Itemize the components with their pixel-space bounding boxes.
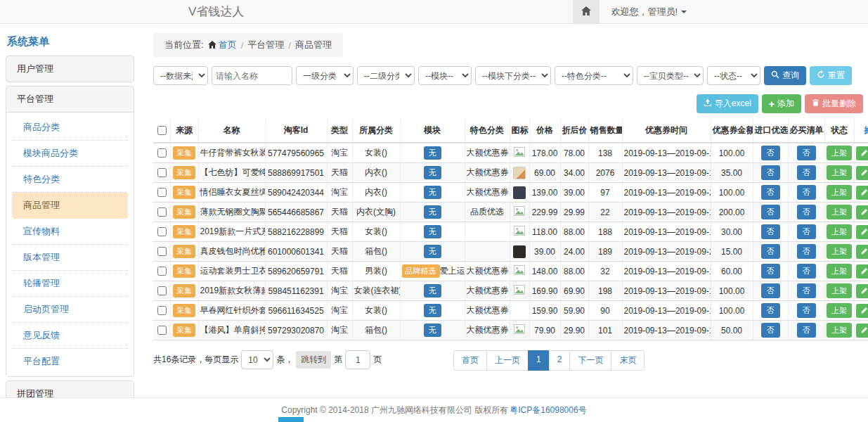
- import-toggle-button[interactable]: 否: [761, 303, 780, 318]
- mustbuy-toggle-button[interactable]: 否: [797, 224, 816, 239]
- filter-select[interactable]: --模块--: [418, 66, 472, 85]
- pager-button[interactable]: 下一页: [569, 350, 611, 371]
- sidebar-item[interactable]: 特色分类: [12, 167, 128, 193]
- pager-button[interactable]: 2: [549, 350, 571, 371]
- row-checkbox[interactable]: [157, 168, 167, 177]
- module-badge[interactable]: 无: [424, 284, 441, 298]
- module-badge[interactable]: 无: [424, 245, 441, 258]
- filter-select[interactable]: --数据来源--: [153, 66, 208, 85]
- row-checkbox[interactable]: [157, 247, 167, 256]
- edit-button[interactable]: [856, 264, 868, 279]
- module-badge[interactable]: 无: [424, 166, 441, 179]
- import-toggle-button[interactable]: 否: [761, 205, 780, 219]
- status-button[interactable]: 上架: [827, 264, 852, 279]
- mustbuy-toggle-button[interactable]: 否: [797, 303, 816, 318]
- sidebar-group-header[interactable]: 用户管理: [6, 56, 134, 82]
- reset-button[interactable]: 重置: [810, 66, 852, 85]
- sidebar-item[interactable]: 商品管理: [12, 193, 128, 219]
- add-button[interactable]: + 添加: [762, 94, 801, 113]
- status-button[interactable]: 上架: [827, 303, 852, 318]
- mustbuy-toggle-button[interactable]: 否: [797, 283, 816, 298]
- import-toggle-button[interactable]: 否: [761, 185, 780, 200]
- mustbuy-toggle-button[interactable]: 否: [797, 244, 816, 259]
- filter-select[interactable]: --二级分类--: [357, 66, 415, 85]
- page-size-select[interactable]: 10: [241, 350, 273, 369]
- sidebar-item[interactable]: 宣传物料: [12, 219, 128, 245]
- edit-button[interactable]: [856, 186, 868, 200]
- import-toggle-button[interactable]: 否: [761, 146, 780, 160]
- row-checkbox[interactable]: [157, 306, 167, 315]
- sidebar-item[interactable]: 意见反馈: [12, 323, 128, 349]
- edit-button[interactable]: [856, 166, 868, 180]
- jump-to-button[interactable]: 跳转到: [296, 351, 331, 369]
- module-badge[interactable]: 无: [424, 205, 441, 219]
- filter-select[interactable]: --状态--: [707, 66, 760, 85]
- pager-button[interactable]: 首页: [453, 350, 487, 371]
- sidebar-group-header[interactable]: 平台管理: [6, 87, 134, 112]
- pager-button[interactable]: 上一页: [486, 350, 529, 371]
- import-toggle-button[interactable]: 否: [761, 323, 780, 338]
- status-button[interactable]: 上架: [827, 146, 852, 160]
- import-excel-button[interactable]: 导入excel: [697, 94, 758, 113]
- mustbuy-toggle-button[interactable]: 否: [797, 185, 816, 200]
- edit-button[interactable]: [856, 225, 868, 239]
- sidebar-item[interactable]: 版本管理: [12, 245, 128, 271]
- search-button[interactable]: 查询: [764, 66, 806, 85]
- status-button[interactable]: 上架: [827, 283, 852, 298]
- row-checkbox[interactable]: [157, 148, 167, 158]
- batch-delete-button[interactable]: 批量删除: [805, 94, 863, 113]
- mustbuy-toggle-button[interactable]: 否: [797, 205, 816, 219]
- module-badge[interactable]: 无: [424, 186, 441, 199]
- edit-button[interactable]: [856, 284, 868, 298]
- import-toggle-button[interactable]: 否: [761, 165, 780, 180]
- status-button[interactable]: 上架: [827, 165, 852, 180]
- mustbuy-toggle-button[interactable]: 否: [797, 264, 816, 279]
- page-number-input[interactable]: [345, 350, 370, 369]
- module-badge[interactable]: 无: [424, 146, 441, 160]
- mustbuy-toggle-button[interactable]: 否: [797, 146, 816, 160]
- row-checkbox[interactable]: [157, 286, 167, 295]
- sidebar-item[interactable]: 轮播管理: [12, 271, 128, 297]
- module-badge[interactable]: 无: [424, 324, 441, 337]
- import-toggle-button[interactable]: 否: [761, 283, 780, 298]
- row-checkbox[interactable]: [157, 267, 167, 276]
- module-badge[interactable]: 无: [424, 225, 441, 238]
- icp-link[interactable]: 粤ICP备16098006号: [510, 404, 586, 416]
- module-badge[interactable]: 品牌精选: [402, 264, 440, 278]
- row-checkbox[interactable]: [157, 207, 167, 217]
- select-all-checkbox[interactable]: [157, 126, 167, 135]
- name-search-input[interactable]: [212, 66, 292, 85]
- row-checkbox[interactable]: [157, 326, 167, 335]
- status-button[interactable]: 上架: [827, 224, 852, 239]
- pager-button[interactable]: 末页: [611, 350, 644, 371]
- import-toggle-button[interactable]: 否: [761, 244, 780, 259]
- edit-button[interactable]: [856, 146, 868, 160]
- mustbuy-toggle-button[interactable]: 否: [797, 165, 816, 180]
- pager-button[interactable]: 1: [528, 350, 550, 371]
- filter-select[interactable]: --特色分类--: [555, 66, 633, 85]
- edit-button[interactable]: [856, 205, 868, 219]
- edit-button[interactable]: [856, 304, 868, 318]
- breadcrumb-home-link[interactable]: 首页: [208, 39, 237, 51]
- sidebar-item[interactable]: 平台配置: [12, 349, 128, 374]
- module-badge[interactable]: 无: [424, 304, 441, 317]
- home-button[interactable]: [573, 0, 600, 23]
- filter-select[interactable]: --宝贝类型--: [637, 66, 704, 85]
- status-button[interactable]: 上架: [827, 244, 852, 259]
- status-button[interactable]: 上架: [827, 323, 852, 338]
- row-checkbox[interactable]: [157, 227, 167, 236]
- import-toggle-button[interactable]: 否: [761, 224, 780, 239]
- edit-button[interactable]: [856, 324, 868, 338]
- filter-select[interactable]: --模块下分类--: [475, 66, 551, 85]
- sidebar-item[interactable]: 商品分类: [12, 115, 128, 141]
- mustbuy-toggle-button[interactable]: 否: [797, 323, 816, 338]
- import-toggle-button[interactable]: 否: [761, 264, 780, 279]
- filter-select[interactable]: 一级分类: [296, 66, 354, 85]
- status-button[interactable]: 上架: [827, 185, 852, 200]
- row-checkbox[interactable]: [157, 188, 167, 197]
- status-button[interactable]: 上架: [827, 205, 852, 219]
- edit-button[interactable]: [856, 245, 868, 259]
- sidebar-item[interactable]: 启动页管理: [12, 297, 128, 323]
- sidebar-item[interactable]: 模块商品分类: [12, 141, 128, 167]
- user-menu[interactable]: 欢迎您，管理员!: [611, 6, 687, 18]
